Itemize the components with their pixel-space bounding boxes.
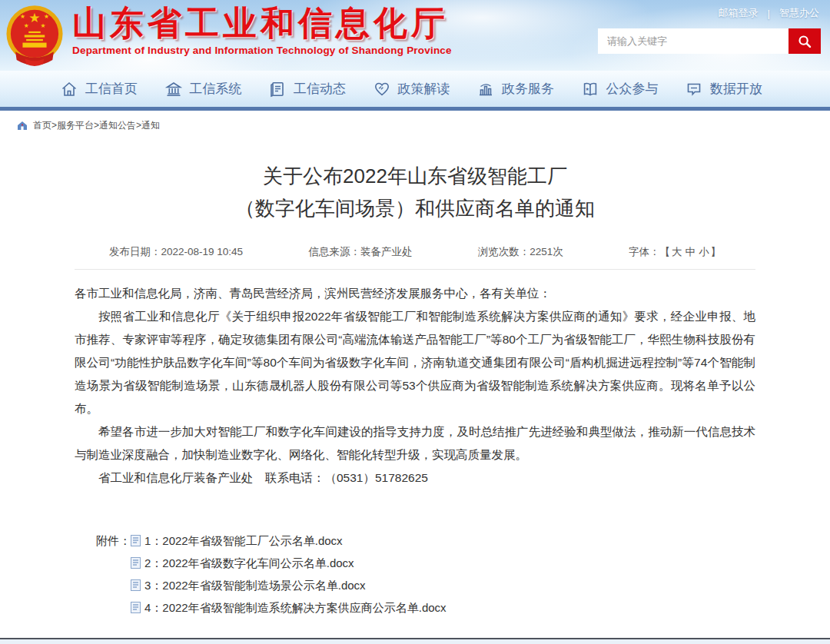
- heart-handshake-icon: [373, 80, 391, 98]
- breadcrumb-home-icon: [17, 121, 28, 131]
- paragraph-main: 按照省工业和信息化厅《关于组织申报2022年省级智能工厂和智能制造系统解决方案供…: [75, 305, 755, 420]
- nav-label: 数据开放: [710, 80, 762, 98]
- publish-date: 发布日期：2022-08-19 10:45: [109, 245, 243, 259]
- svg-text:★: ★: [44, 13, 49, 20]
- doc-file-icon: [131, 557, 141, 569]
- breadcrumb-path[interactable]: 首页>服务平台>通知公告>通知: [33, 119, 160, 132]
- paragraph-hope: 希望各市进一步加大对智能工厂和数字化车间建设的指导支持力度，及时总结推广先进经验…: [75, 420, 755, 466]
- font-size-large[interactable]: 大: [672, 246, 682, 257]
- footer-top-edge: [0, 638, 830, 644]
- news-document-icon: [268, 80, 287, 98]
- attachments-section: 附件： 1：2022年省级智能工厂公示名单.docx 2：2022年省级数字化车…: [96, 529, 755, 619]
- svg-text:★: ★: [40, 22, 45, 29]
- doc-file-icon: [131, 602, 141, 613]
- nav-label: 工信首页: [85, 80, 138, 98]
- nav-label: 工信动态: [294, 80, 346, 98]
- paragraph-contact: 省工业和信息化厅装备产业处 联系电话：（0531）51782625: [75, 466, 755, 490]
- nav-item-services[interactable]: 政务服务: [476, 80, 554, 98]
- font-size-medium[interactable]: 中: [685, 246, 696, 257]
- article-meta-bar: 发布日期：2022-08-19 10:45 信息来源：装备产业处 浏览次数：22…: [75, 237, 755, 270]
- attachment-link-1[interactable]: 1：2022年省级智能工厂公示名单.docx: [131, 529, 447, 552]
- bracket-close: 】: [710, 246, 721, 257]
- article: 关于公布2022年山东省级智能工厂 （数字化车间场景）和供应商名单的通知 发布日…: [0, 160, 830, 644]
- site-title: 山东省工业和信息化厅: [72, 3, 452, 43]
- national-emblem-logo[interactable]: ★ ★ ★ ★ ★: [5, 4, 65, 68]
- svg-text:★: ★: [28, 11, 40, 25]
- attachment-name: 3：2022年省级智能制造场景公示名单.docx: [144, 574, 366, 596]
- nav-item-news[interactable]: 工信动态: [268, 80, 346, 98]
- nav-item-open-data[interactable]: 数据开放: [685, 80, 762, 98]
- page-title-line2: （数字化车间场景）和供应商名单的通知: [75, 192, 755, 224]
- font-size-label: 字体：: [629, 246, 660, 257]
- site-subtitle: Department of Industry and Information T…: [72, 45, 452, 56]
- attachment-link-2[interactable]: 2：2022年省级数字化车间公示名单.docx: [131, 552, 447, 574]
- search-input[interactable]: [598, 28, 788, 54]
- attachment-name: 2：2022年省级数字化车间公示名单.docx: [144, 552, 354, 574]
- article-body: 各市工业和信息化局，济南、青岛民营经济局，滨州民营经济发展服务中心，各有关单位：…: [75, 282, 755, 490]
- doc-file-icon: [131, 579, 141, 591]
- attachment-name: 1：2022年省级智能工厂公示名单.docx: [144, 529, 343, 552]
- government-building-icon: [164, 80, 183, 98]
- page: ★ ★ ★ ★ ★ 山东省工业和信息化厅 Department of Indus…: [0, 0, 830, 644]
- nav-item-system[interactable]: 工信系统: [164, 80, 242, 98]
- doc-file-icon: [131, 535, 141, 546]
- breadcrumb: 首页>服务平台>通知公告>通知: [0, 111, 830, 135]
- search-icon: [796, 33, 813, 50]
- attachments-list: 1：2022年省级智能工厂公示名单.docx 2：2022年省级数字化车间公示名…: [131, 529, 447, 619]
- nav-label: 政策解读: [398, 80, 450, 98]
- page-title-line1: 关于公布2022年山东省级智能工厂: [75, 160, 755, 192]
- bar-chart-icon: [476, 80, 495, 98]
- nav-label: 公众参与: [606, 80, 659, 98]
- nav-item-participation[interactable]: ★ 公众参与: [581, 80, 659, 98]
- site-header: ★ ★ ★ ★ ★ 山东省工业和信息化厅 Department of Indus…: [0, 0, 830, 71]
- attachment-link-3[interactable]: 3：2022年省级智能制造场景公示名单.docx: [131, 574, 447, 596]
- nav-item-home[interactable]: 工信首页: [60, 80, 138, 98]
- font-size-switcher: 字体：【大中小】: [629, 245, 721, 259]
- view-count: 浏览次数：2251次: [478, 245, 563, 259]
- nav-label: 政务服务: [502, 80, 554, 98]
- svg-text:★: ★: [24, 22, 29, 29]
- header-top-links: 邮箱登录 | 智慧办公: [719, 6, 819, 20]
- nav-label: 工信系统: [190, 80, 242, 98]
- smart-office-link[interactable]: 智慧办公: [779, 6, 819, 20]
- home-icon: [60, 80, 78, 98]
- nav-item-policy[interactable]: 政策解读: [373, 80, 450, 98]
- svg-text:★: ★: [585, 86, 589, 91]
- search-bar: [598, 28, 821, 54]
- page-title: 关于公布2022年山东省级智能工厂 （数字化车间场景）和供应商名单的通知: [75, 160, 755, 224]
- paragraph-salutation: 各市工业和信息化局，济南、青岛民营经济局，滨州民营经济发展服务中心，各有关单位：: [75, 282, 755, 305]
- bracket-open: 【: [659, 246, 670, 257]
- search-button[interactable]: [788, 28, 821, 54]
- attachment-link-4[interactable]: 4：2022年省级智能制造系统解决方案供应商公示名单.docx: [131, 596, 447, 619]
- font-size-small[interactable]: 小: [699, 246, 709, 257]
- speech-bubble-icon: [685, 80, 703, 98]
- info-source: 信息来源：装备产业处: [308, 245, 412, 259]
- svg-text:★: ★: [20, 13, 25, 20]
- attachments-label: 附件：: [96, 529, 131, 619]
- mail-login-link[interactable]: 邮箱登录: [719, 6, 759, 20]
- open-book-star-icon: ★: [581, 80, 599, 98]
- site-title-block[interactable]: 山东省工业和信息化厅 Department of Industry and In…: [72, 3, 452, 56]
- main-nav: 工信首页 工信系统 工信动态 政策解读: [0, 71, 830, 107]
- attachment-name: 4：2022年省级智能制造系统解决方案供应商公示名单.docx: [144, 596, 447, 619]
- top-links-divider: |: [768, 8, 770, 19]
- national-emblem-icon: ★ ★ ★ ★ ★: [5, 4, 65, 68]
